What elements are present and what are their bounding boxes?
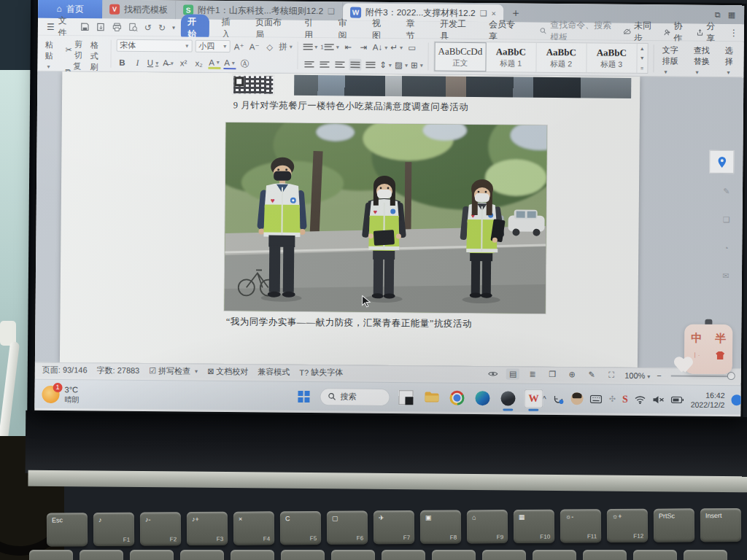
activity-photo-strip[interactable]	[294, 75, 631, 98]
strikethrough-button[interactable]: A̶	[162, 57, 174, 69]
wifi-icon[interactable]	[635, 394, 646, 403]
document-proofing-button[interactable]: ⊠ 文档校对	[207, 366, 248, 377]
messenger-avatar-icon[interactable]	[571, 392, 584, 405]
borders-button[interactable]: ⊞	[411, 59, 423, 71]
bullet-list-button[interactable]	[303, 41, 317, 52]
font-color-button[interactable]: A	[223, 58, 236, 69]
shading-button[interactable]: ▨	[395, 59, 408, 71]
style-normal[interactable]: AaBbCcDd 正文	[434, 42, 486, 72]
tab-docer[interactable]: V 找稻壳模板	[102, 0, 176, 19]
edge-button[interactable]	[473, 389, 492, 408]
undo-icon[interactable]: ↺	[144, 23, 152, 33]
style-heading3[interactable]: AaBbC 标题 3	[587, 43, 637, 73]
ime-keyboard-icon[interactable]	[590, 394, 603, 403]
layout-grid-icon[interactable]: ⧉	[715, 9, 721, 19]
document-page[interactable]: 9 月针对学苑餐厅一楼特色小吃菜品满意度调查问卷活动	[60, 71, 640, 368]
print-icon[interactable]	[112, 23, 122, 32]
save-icon[interactable]	[80, 22, 90, 31]
style-heading1[interactable]: AaBbC 标题 1	[486, 42, 536, 72]
document-locate-button[interactable]	[709, 150, 734, 174]
zoom-slider-knob[interactable]	[727, 372, 735, 380]
font-size-combo[interactable]: 小四	[195, 40, 230, 52]
style-heading2[interactable]: AaBbC 标题 2	[536, 43, 587, 73]
page-view-icon[interactable]: ▤	[506, 368, 519, 379]
ink-pen-icon[interactable]: ✎	[585, 369, 598, 380]
notification-badge[interactable]	[731, 394, 742, 405]
align-center-button[interactable]	[318, 58, 330, 70]
underline-button[interactable]: U	[147, 57, 159, 69]
side-tool-dot[interactable]: ✎	[723, 187, 729, 196]
word-count[interactable]: 字数: 27883	[97, 365, 140, 377]
volunteers-photo[interactable]: ♥	[225, 122, 547, 314]
bold-button[interactable]: B	[116, 57, 128, 69]
zoom-level[interactable]: 100%	[624, 370, 650, 379]
taskbar-weather-widget[interactable]: 1 3°C 晴朗	[42, 385, 79, 404]
clear-format-button[interactable]: ◇	[263, 41, 276, 52]
italic-button[interactable]: I	[131, 57, 144, 69]
ruler-button[interactable]: ▭	[406, 42, 418, 53]
side-tool-dot[interactable]: ✉	[722, 271, 729, 281]
taskbar-search-box[interactable]: 搜索	[320, 388, 390, 406]
faint-tray-icon[interactable]: ✣	[609, 394, 616, 404]
start-button[interactable]	[294, 386, 313, 405]
align-right-button[interactable]	[333, 58, 346, 70]
web-view-icon[interactable]: ⊕	[565, 369, 578, 380]
eye-protect-icon[interactable]	[487, 368, 500, 379]
battery-icon[interactable]	[671, 396, 684, 403]
wps-office-button[interactable]: W	[524, 389, 543, 408]
zoom-slider[interactable]	[671, 375, 734, 377]
number-list-button[interactable]: 1	[320, 41, 339, 52]
spell-check-toggle[interactable]: ☑ 拼写检查	[149, 365, 198, 377]
fullscreen-icon[interactable]: ⛶	[605, 370, 618, 381]
paste-button[interactable]: 粘贴	[42, 38, 60, 69]
qr-code-image[interactable]	[232, 74, 274, 96]
read-mode-icon[interactable]: ❒	[546, 369, 559, 380]
print-preview-icon[interactable]	[128, 23, 138, 32]
more-menu-icon[interactable]: ⋮	[729, 28, 738, 38]
format-painter-button[interactable]: 格式刷	[88, 38, 106, 69]
taskbar-clock[interactable]: 16:42 2022/12/2	[691, 391, 725, 410]
snipping-app-button[interactable]	[396, 388, 415, 407]
styles-gallery-scroll[interactable]: ▲▼≡	[637, 44, 647, 73]
tab-pin-icon[interactable]: ❏	[328, 7, 335, 16]
highlight-color-button[interactable]: A	[208, 58, 220, 69]
justify-button[interactable]	[349, 59, 361, 71]
character-border-button[interactable]: Ⓐ	[239, 58, 251, 69]
shrink-font-button[interactable]: A⁻	[248, 41, 260, 52]
cut-button[interactable]: ✂剪切	[66, 39, 82, 61]
side-tool-dot[interactable]: ◔	[724, 244, 729, 252]
promo-float-widget[interactable]: 中 半 丨·	[684, 324, 733, 375]
subscript-button[interactable]: x₂	[193, 58, 205, 69]
decrease-indent-button[interactable]: ⇤	[342, 41, 355, 52]
line-spacing-button[interactable]: ⇕	[379, 59, 392, 71]
font-name-combo[interactable]: 宋体	[116, 39, 192, 52]
file-explorer-button[interactable]	[422, 388, 441, 407]
export-icon[interactable]	[96, 22, 106, 31]
align-left-button[interactable]	[303, 58, 315, 70]
outline-view-icon[interactable]: ≣	[526, 369, 539, 380]
distribute-button[interactable]	[364, 59, 376, 71]
increase-indent-button[interactable]: ⇥	[357, 42, 370, 53]
select-button[interactable]: 选择	[721, 44, 740, 74]
missing-font-button[interactable]: T? 缺失字体	[299, 367, 343, 378]
apps-grid-icon[interactable]: ▦	[728, 10, 736, 20]
photos-app-button[interactable]	[498, 389, 517, 408]
compatibility-mode-label[interactable]: 兼容模式	[258, 366, 290, 377]
volume-muted-icon[interactable]	[653, 395, 665, 404]
windows-logo-icon	[298, 390, 309, 402]
comment-bubble-icon[interactable]: ❑	[480, 9, 487, 18]
superscript-button[interactable]: x²	[177, 57, 190, 69]
sogou-ime-icon[interactable]: S	[622, 393, 628, 405]
find-replace-button[interactable]: 查找替换	[690, 44, 716, 74]
side-tool-dot[interactable]: ❏	[723, 215, 730, 225]
pinyin-guide-button[interactable]: 拼	[279, 41, 293, 52]
grow-font-button[interactable]: A⁺	[233, 41, 245, 52]
text-layout-button[interactable]: 文字排版	[659, 43, 685, 74]
zoom-out-icon[interactable]: −	[657, 371, 662, 380]
chrome-button[interactable]	[447, 388, 466, 407]
show-marks-button[interactable]: ↵	[390, 42, 403, 53]
customize-toolbar-icon[interactable]: ▾	[172, 24, 175, 31]
sort-button[interactable]: A↓	[373, 42, 388, 53]
sync-tray-icon[interactable]	[553, 393, 565, 403]
redo-icon[interactable]: ↻	[158, 23, 166, 33]
